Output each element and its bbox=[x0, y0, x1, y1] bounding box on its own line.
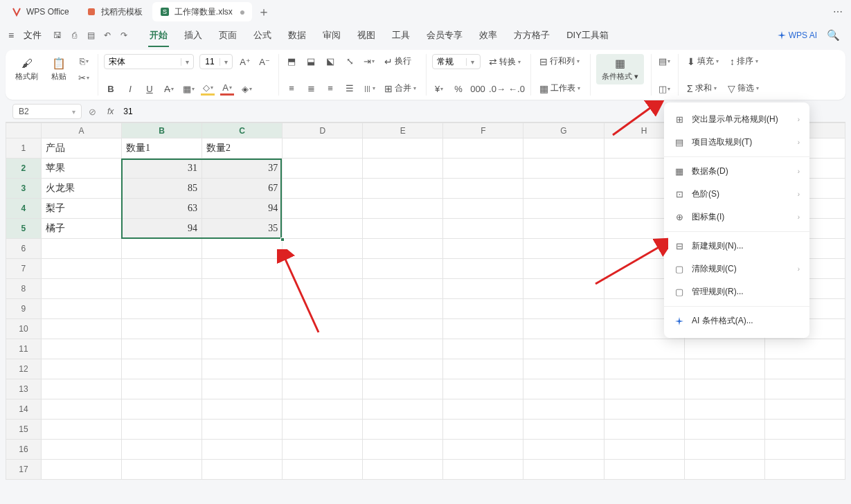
align-right-icon[interactable]: ≡ bbox=[323, 82, 337, 96]
cell[interactable] bbox=[523, 299, 604, 319]
cell[interactable] bbox=[604, 379, 684, 399]
ribbon-tab-diy[interactable]: DIY工具箱 bbox=[559, 25, 616, 46]
cell[interactable] bbox=[523, 420, 604, 440]
cell[interactable] bbox=[523, 259, 604, 279]
save-icon[interactable]: 🖫 bbox=[51, 29, 64, 42]
ribbon-tab-insert[interactable]: 插入 bbox=[177, 25, 209, 46]
cell[interactable] bbox=[363, 179, 443, 199]
row-header[interactable]: 14 bbox=[6, 399, 42, 420]
cell[interactable] bbox=[283, 159, 363, 179]
format-painter-button[interactable]: 🖌格式刷 bbox=[12, 56, 41, 83]
font-name-combo[interactable]: ▾ bbox=[104, 54, 194, 69]
cell[interactable] bbox=[764, 440, 845, 460]
cell[interactable] bbox=[443, 339, 523, 359]
cell[interactable] bbox=[764, 379, 845, 399]
cell[interactable] bbox=[523, 179, 604, 199]
cell[interactable] bbox=[283, 279, 363, 299]
cell[interactable] bbox=[523, 379, 604, 399]
cell[interactable] bbox=[363, 239, 443, 259]
wps-ai-button[interactable]: WPS AI bbox=[778, 30, 817, 40]
fx-icon[interactable]: fx bbox=[103, 107, 118, 116]
justify-icon[interactable]: ☰ bbox=[343, 82, 357, 96]
increase-font-icon[interactable]: A⁺ bbox=[238, 55, 252, 69]
cell[interactable] bbox=[41, 339, 121, 359]
row-header[interactable]: 9 bbox=[6, 299, 42, 319]
cell[interactable]: 数量2 bbox=[202, 138, 283, 159]
cell[interactable] bbox=[283, 299, 363, 319]
cell[interactable] bbox=[523, 239, 604, 259]
row-header[interactable]: 7 bbox=[6, 259, 42, 279]
menu-item[interactable]: ▢管理规则(R)... bbox=[664, 280, 809, 303]
cell[interactable] bbox=[41, 319, 121, 339]
border-icon[interactable]: ▦ bbox=[181, 82, 195, 96]
cell[interactable] bbox=[122, 359, 202, 379]
preview-icon[interactable]: ▤ bbox=[84, 29, 97, 42]
font-size-input[interactable] bbox=[200, 57, 220, 66]
ribbon-tab-member[interactable]: 会员专享 bbox=[420, 25, 469, 46]
cell[interactable] bbox=[202, 259, 283, 279]
cell[interactable] bbox=[363, 279, 443, 299]
cell[interactable] bbox=[443, 239, 523, 259]
column-header[interactable]: E bbox=[363, 123, 443, 138]
cancel-icon[interactable]: ⊘ bbox=[84, 107, 100, 117]
convert-button[interactable]: ⇄转换▾ bbox=[486, 55, 523, 69]
cell[interactable] bbox=[41, 379, 121, 399]
cell[interactable] bbox=[363, 199, 443, 219]
underline-icon[interactable]: U bbox=[143, 82, 156, 96]
paste-button[interactable]: 📋粘贴 bbox=[46, 55, 71, 83]
file-menu[interactable]: 文件 bbox=[18, 29, 47, 42]
indent-icon[interactable]: ⇥ bbox=[362, 55, 376, 69]
redo-icon[interactable]: ↷ bbox=[118, 29, 130, 42]
cell[interactable]: 火龙果 bbox=[41, 179, 121, 199]
cell[interactable] bbox=[202, 460, 283, 480]
conditional-format-button[interactable]: ▦条件格式 ▾ bbox=[596, 54, 644, 84]
cell[interactable] bbox=[363, 440, 443, 460]
cell[interactable] bbox=[443, 379, 523, 399]
cell[interactable] bbox=[604, 460, 684, 480]
cell[interactable] bbox=[363, 460, 443, 480]
cell[interactable] bbox=[283, 399, 363, 420]
cell[interactable]: 35 bbox=[202, 219, 283, 239]
decrease-font-icon[interactable]: A⁻ bbox=[258, 55, 271, 69]
select-all-corner[interactable] bbox=[6, 123, 42, 138]
strikethrough-icon[interactable]: A̶ bbox=[162, 82, 176, 96]
cell[interactable]: 63 bbox=[122, 199, 202, 219]
cell[interactable] bbox=[523, 399, 604, 420]
fill-color-icon[interactable]: ◇ bbox=[201, 82, 215, 96]
filter-button[interactable]: ▽筛选▾ bbox=[725, 81, 762, 96]
cell[interactable] bbox=[684, 460, 764, 480]
cell[interactable] bbox=[363, 259, 443, 279]
cell[interactable] bbox=[283, 259, 363, 279]
cell[interactable] bbox=[443, 399, 523, 420]
number-format-input[interactable] bbox=[433, 57, 466, 66]
align-left-icon[interactable]: ≡ bbox=[285, 82, 298, 96]
cell[interactable] bbox=[363, 399, 443, 420]
chevron-down-icon[interactable]: ▾ bbox=[181, 58, 193, 66]
cell[interactable] bbox=[443, 299, 523, 319]
worksheet-button[interactable]: ▦工作表▾ bbox=[537, 81, 583, 96]
row-header[interactable]: 8 bbox=[6, 279, 42, 299]
cell[interactable] bbox=[764, 339, 845, 359]
menu-item[interactable]: ▢清除规则(C)› bbox=[664, 258, 809, 280]
app-tab-template[interactable]: 找稻壳模板 bbox=[79, 2, 150, 21]
bold-icon[interactable]: B bbox=[104, 82, 118, 96]
column-header[interactable]: D bbox=[283, 123, 363, 138]
decrease-decimal-icon[interactable]: ←.0 bbox=[510, 82, 523, 96]
row-header[interactable]: 17 bbox=[6, 460, 42, 480]
row-header[interactable]: 1 bbox=[6, 138, 42, 159]
cell[interactable] bbox=[523, 440, 604, 460]
cell[interactable]: 橘子 bbox=[41, 219, 121, 239]
sum-button[interactable]: Σ求和▾ bbox=[684, 81, 719, 96]
selection-fill-handle[interactable] bbox=[280, 237, 285, 242]
font-size-combo[interactable]: ▾ bbox=[199, 54, 233, 69]
cell[interactable] bbox=[122, 239, 202, 259]
overflow-menu-icon[interactable]: ⋯ bbox=[829, 6, 847, 17]
cell[interactable] bbox=[363, 359, 443, 379]
undo-icon[interactable]: ↶ bbox=[101, 29, 114, 42]
cell[interactable] bbox=[764, 460, 845, 480]
cell[interactable] bbox=[443, 179, 523, 199]
ribbon-tab-ffgz[interactable]: 方方格子 bbox=[507, 25, 557, 46]
menu-item[interactable]: ▤项目选取规则(T)› bbox=[664, 131, 809, 154]
row-header[interactable]: 2 bbox=[6, 159, 42, 179]
cell[interactable] bbox=[41, 399, 121, 420]
